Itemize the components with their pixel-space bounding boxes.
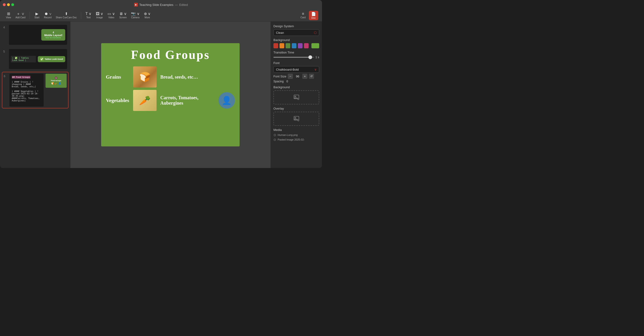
background-section: Background xyxy=(274,38,319,48)
slide-canvas-title: Food Groups xyxy=(106,48,235,62)
titlebar: ▶ Teaching Slide Examples — Edited xyxy=(0,0,322,10)
image-button[interactable]: 🖼 ∨ Image xyxy=(94,11,105,20)
start-button[interactable]: ▶ Start xyxy=(32,11,42,20)
doc-btn-icon: 📄 xyxy=(311,12,316,16)
share-icon: ⬆ xyxy=(65,12,68,16)
svg-point-1 xyxy=(295,96,296,97)
vegetables-desc: Carrots, Tomatoes, Aubergines xyxy=(160,95,215,106)
media-icon-1: ⊙ xyxy=(274,133,276,137)
card-button[interactable]: ≡ Card xyxy=(298,11,308,20)
bread-visual: 🍞 xyxy=(133,66,156,88)
editor-line-2: | #### Grains | ! shopping | #### xyxy=(12,81,41,86)
minimize-button[interactable] xyxy=(7,3,10,6)
slide6-thumb-title: Food Groups xyxy=(51,80,61,82)
slide4-card: 4 Middle Layout! Nice for transitions xyxy=(41,29,65,40)
font-value: Chalkboard-Bold xyxy=(276,68,299,71)
food-row-grains: Grains 🍞 Bread, seeds, etc… xyxy=(106,66,235,88)
text-label: Text xyxy=(86,16,90,19)
view-button[interactable]: ⊞ View xyxy=(4,11,13,20)
screen-button[interactable]: 🖥 ∨ Screen xyxy=(117,11,128,20)
video-button[interactable]: ▭ ∨ Video xyxy=(106,11,117,20)
transition-handle[interactable] xyxy=(308,55,312,59)
grains-desc: Bread, seeds, etc… xyxy=(160,74,235,80)
record-button[interactable]: ⏺ ∨ Record xyxy=(42,11,53,20)
font-size-value: 96 xyxy=(294,74,301,78)
bg-upload-icon xyxy=(293,94,300,101)
background-label: Background xyxy=(274,38,319,42)
font-size-reset-button[interactable]: ↺ xyxy=(309,74,314,79)
slide5-text: | ✅ | Tables Look Good | xyxy=(11,56,36,62)
slide-thumb-5: | ✅ | Tables Look Good | ✅ Tables Look G… xyxy=(9,49,67,69)
overlay-section: Overlay xyxy=(274,107,319,126)
text-button[interactable]: T ∨ Text xyxy=(84,11,94,20)
person-avatar: 👤 xyxy=(218,92,235,109)
slide-item-6[interactable]: 6 ## Food Groups | #### Grains | ! shopp… xyxy=(2,72,68,108)
design-system-dropdown[interactable]: Clean ⬡ xyxy=(274,29,319,36)
share-button[interactable]: ⬆ Share CueCam Doc xyxy=(54,11,78,20)
transition-slider[interactable] xyxy=(274,57,314,58)
font-size-increase-button[interactable]: + xyxy=(302,74,308,79)
font-dropdown-arrow-icon: ∨ xyxy=(314,68,316,71)
slide-item-4[interactable]: 4 4 Middle Layout! Nice for transitions xyxy=(2,24,68,46)
slide-canvas: Food Groups Grains 🍞 Bread, seeds, etc… … xyxy=(101,43,240,146)
record-icon: ⏺ ∨ xyxy=(44,12,51,16)
doc-label: Doc xyxy=(312,17,316,19)
transition-label: Transition Time xyxy=(274,51,319,54)
color-swatch-pink[interactable] xyxy=(304,43,308,48)
app-window: ▶ Teaching Slide Examples — Edited ⊞ Vie… xyxy=(0,0,322,168)
card-icon: ≡ xyxy=(302,12,304,16)
play-icon: ▶ xyxy=(36,12,38,16)
font-dropdown-wrap: Chalkboard-Bold ∨ xyxy=(274,66,319,73)
font-dropdown[interactable]: Chalkboard-Bold ∨ xyxy=(274,66,319,73)
color-swatch-purple[interactable] xyxy=(298,43,302,48)
image-label: Image xyxy=(96,16,103,19)
editor-line-3: Bread, seeds, etc…| xyxy=(12,86,41,88)
screen-icon: 🖥 ∨ xyxy=(119,12,127,16)
carrot-visual: 🥕 xyxy=(133,90,156,111)
design-system-section: Design System Clean ⬡ xyxy=(274,24,319,36)
transition-value: 1 s xyxy=(316,56,319,59)
add-card-button[interactable]: ＋ ∨ Add Card xyxy=(14,11,27,20)
media-item-2-label: Pasted Image 2025-02- xyxy=(278,138,305,141)
slide-item-5[interactable]: 5 | ✅ | Tables Look Good | ✅ Tables Look… xyxy=(2,48,68,70)
color-swatch-red[interactable] xyxy=(274,43,278,48)
screen-label: Screen xyxy=(119,16,127,19)
slide6-editor[interactable]: ## Food Groups | #### Grains | ! shoppin… xyxy=(10,74,44,106)
color-swatch-blue[interactable] xyxy=(292,43,296,48)
camera-button[interactable]: 📷 ∨ Camera xyxy=(129,11,141,20)
spacing-value: 0 xyxy=(286,80,288,83)
maximize-button[interactable] xyxy=(11,3,14,6)
window-title-area: ▶ Teaching Slide Examples — Edited xyxy=(134,3,188,6)
toolbar-separator-2 xyxy=(81,12,81,19)
add-card-label: Add Card xyxy=(16,16,25,19)
transition-control-row: 1 s xyxy=(274,56,319,59)
background-upload-box[interactable] xyxy=(274,90,319,104)
right-panel: Design System Clean ⬡ Background xyxy=(270,22,322,168)
dropdown-arrow-icon: ⬡ xyxy=(314,31,316,34)
more-label: More xyxy=(144,16,150,19)
doc-button[interactable]: 📄 Doc xyxy=(309,11,318,20)
color-swatch-green[interactable] xyxy=(286,43,290,48)
doc-icon: ▶ xyxy=(134,3,138,6)
media-item-2[interactable]: ⊙ Pasted Image 2025-02- xyxy=(274,138,319,142)
media-section: Media ⊙ Human-Lung.png ⊙ Pasted Image 20… xyxy=(274,128,319,142)
color-swatch-active[interactable] xyxy=(312,43,319,48)
font-section: Font Chalkboard-Bold ∨ Font Size − 96 + … xyxy=(274,61,319,83)
svg-point-4 xyxy=(295,117,296,118)
editor-line-4: | #### Vegetables | ! xyxy=(12,90,41,92)
close-button[interactable] xyxy=(3,3,6,6)
slide-number-6: 6 xyxy=(4,74,8,78)
more-icon: ⊕ ∨ xyxy=(144,12,151,16)
overlay-upload-box[interactable] xyxy=(274,112,319,126)
slide4-subtitle: Nice for transitions xyxy=(44,36,62,39)
food-row-vegetables: Vegetables 🥕 Carrots, Tomatoes, Aubergin… xyxy=(106,90,235,111)
media-item-1[interactable]: ⊙ Human-Lung.png xyxy=(274,133,319,137)
slides-panel[interactable]: 4 4 Middle Layout! Nice for transitions … xyxy=(0,22,70,168)
font-size-decrease-button[interactable]: − xyxy=(288,74,293,79)
more-button[interactable]: ⊕ ∨ More xyxy=(142,11,152,20)
editor-highlight-1: ## Food Groups xyxy=(12,76,30,78)
slide-number-5: 5 xyxy=(3,49,7,53)
toolbar-right: ≡ Card 📄 Doc xyxy=(298,11,318,20)
vegetables-label: Vegetables xyxy=(106,97,129,104)
color-swatch-orange[interactable] xyxy=(280,43,284,48)
